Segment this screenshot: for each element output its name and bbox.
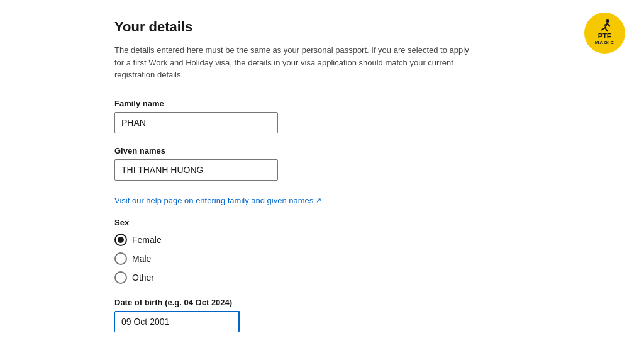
sex-other-radio[interactable] <box>114 271 127 284</box>
given-names-group: Given names <box>114 146 530 181</box>
family-name-group: Family name <box>114 99 530 133</box>
sex-group: Sex Female Male Other <box>114 218 530 284</box>
sex-female-label: Female <box>132 235 162 245</box>
sex-label: Sex <box>114 218 530 227</box>
logo-text-magic: MAGIC <box>595 40 615 45</box>
logo-figure-svg <box>596 18 614 35</box>
svg-point-9 <box>606 19 609 23</box>
sex-female-option[interactable]: Female <box>114 234 530 246</box>
given-names-label: Given names <box>114 146 530 155</box>
dob-input[interactable] <box>115 312 238 332</box>
sex-radio-group: Female Male Other <box>114 234 530 284</box>
svg-line-12 <box>605 28 608 31</box>
calendar-button[interactable] <box>238 312 240 332</box>
help-link[interactable]: Visit our help page on entering family a… <box>114 196 321 205</box>
sex-other-label: Other <box>132 273 154 283</box>
sex-other-option[interactable]: Other <box>114 271 530 284</box>
external-link-icon: ↗ <box>316 196 321 205</box>
dob-hint: (e.g. 04 Oct 2024) <box>165 298 232 307</box>
page-description: The details entered here must be the sam… <box>114 44 479 81</box>
sex-male-option[interactable]: Male <box>114 252 530 265</box>
help-link-text: Visit our help page on entering family a… <box>114 196 313 205</box>
dob-label: Date of birth (e.g. 04 Oct 2024) <box>114 298 530 307</box>
svg-line-13 <box>608 24 610 26</box>
sex-female-radio[interactable] <box>114 234 127 246</box>
dob-input-wrapper <box>114 311 240 332</box>
svg-line-11 <box>601 28 605 30</box>
logo-figure <box>596 18 614 37</box>
family-name-label: Family name <box>114 99 530 108</box>
sex-male-radio[interactable] <box>114 252 127 265</box>
given-names-input[interactable] <box>114 159 278 181</box>
sex-male-label: Male <box>132 254 151 264</box>
logo: PTE MAGIC <box>584 13 625 54</box>
dob-group: Date of birth (e.g. 04 Oct 2024) <box>114 298 530 332</box>
page-title: Your details <box>114 19 530 35</box>
family-name-input[interactable] <box>114 112 278 133</box>
